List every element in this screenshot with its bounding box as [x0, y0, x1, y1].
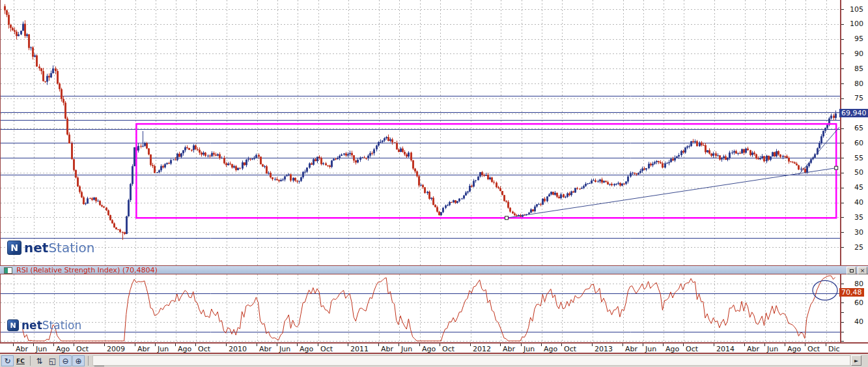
rsi-axis-tick — [841, 332, 844, 332]
time-axis-tick — [643, 344, 643, 346]
time-axis-tick — [541, 344, 542, 346]
price-axis-label: 30 — [854, 228, 863, 237]
rsi-panel[interactable]: N netStation — [0, 274, 840, 342]
time-axis-month-label: Oct — [76, 345, 89, 353]
price-axis-tick — [841, 217, 844, 218]
time-axis-year-label: 2010 — [229, 345, 247, 353]
time-axis-tick — [348, 344, 348, 346]
time-axis-tick — [257, 344, 257, 346]
time-axis-tick — [318, 344, 318, 346]
netstation-logo-text: netStation — [21, 319, 81, 332]
fc-mode-button[interactable]: FC — [14, 355, 27, 366]
time-axis-month-label: Oct — [442, 345, 455, 353]
price-axis-tick — [841, 9, 844, 10]
zoom-in-icon[interactable]: ⊕ — [72, 355, 85, 366]
rsi-panel-header[interactable]: RSI (Relative Strength Index) (70,4804) … — [0, 265, 868, 274]
time-axis-tick — [277, 344, 277, 346]
time-axis-month-label: Oct — [686, 345, 698, 353]
price-axis-tick — [841, 24, 844, 25]
time-axis-month-label: Jun — [524, 345, 535, 353]
price-axis-label: 50 — [854, 168, 863, 177]
price-axis: 105100959085807570656055504540353025 — [840, 0, 868, 265]
time-axis-month-label: Ago — [178, 345, 191, 353]
netstation-watermark-rsi: N netStation — [7, 319, 81, 332]
time-axis-month-label: Dic — [828, 345, 840, 353]
price-axis-tick — [841, 188, 844, 188]
price-axis-label: 55 — [854, 154, 863, 162]
time-axis-tick — [764, 344, 765, 346]
time-axis-tick — [13, 344, 14, 346]
time-axis-tick — [785, 344, 785, 346]
netstation-chart-window: N netStation 105100959085807570656055504… — [0, 0, 868, 367]
indicator-icon — [4, 267, 12, 274]
time-axis-month-label: Ago — [665, 345, 679, 353]
price-axis-tick — [841, 203, 844, 203]
time-axis-month-label: Jun — [767, 345, 778, 353]
time-axis-month-label: Oct — [198, 345, 210, 353]
rsi-axis-tick — [841, 341, 844, 342]
time-axis-tick — [104, 344, 105, 346]
time-axis-tick — [226, 344, 227, 346]
time-axis-month-label: Ago — [544, 345, 557, 353]
time-axis-month-label: Ago — [787, 345, 801, 353]
price-axis-label: 100 — [850, 20, 863, 28]
sync-icon[interactable]: ↻ — [1, 355, 14, 366]
price-axis-tick — [841, 143, 844, 143]
restore-button[interactable] — [847, 267, 856, 274]
scroll-right-button[interactable]: ► — [851, 355, 861, 366]
price-axis-label: 85 — [854, 65, 863, 73]
main-chart-panel[interactable]: N netStation — [0, 0, 840, 265]
netstation-logo-text: netStation — [24, 240, 94, 256]
time-axis-month-label: Abr — [747, 345, 759, 353]
time-axis-tick — [175, 344, 176, 346]
rsi-chart-canvas[interactable] — [1, 274, 840, 342]
netstation-logo-icon: N — [7, 319, 19, 331]
price-axis-tick — [841, 232, 844, 233]
price-axis-label: 80 — [854, 80, 863, 88]
price-axis-tick — [841, 53, 844, 54]
time-axis-month-label: Abr — [503, 345, 515, 353]
netstation-watermark: N netStation — [7, 240, 94, 256]
time-axis-tick — [663, 344, 664, 346]
price-axis-label: 40 — [854, 198, 863, 207]
price-axis-tick — [841, 173, 844, 173]
time-axis-tick — [74, 344, 74, 346]
horizontal-scrollbar-track[interactable] — [92, 355, 850, 366]
time-axis-year-label: 2012 — [473, 345, 491, 353]
time-axis-month-label: Oct — [320, 345, 333, 353]
last-price-badge: 69,940 0 — [839, 109, 868, 117]
price-axis-label: 35 — [854, 213, 863, 222]
rsi-axis-label: 40 — [854, 317, 863, 326]
zoom-out-icon[interactable]: ⊖ — [59, 355, 72, 366]
price-axis-tick — [841, 39, 844, 40]
netstation-logo-icon: N — [7, 241, 21, 255]
time-axis-month-label: Ago — [56, 345, 70, 353]
time-axis-tick — [440, 344, 440, 346]
price-axis-tick — [841, 98, 844, 99]
toolbar-separator — [30, 356, 31, 366]
fit-vertical-icon[interactable]: ⇅ — [33, 355, 46, 366]
rsi-axis-tick — [841, 322, 844, 323]
price-axis-tick — [841, 247, 844, 248]
time-axis-tick — [419, 344, 420, 346]
time-axis-tick — [470, 344, 471, 346]
time-axis-tick — [805, 344, 805, 346]
new-page-icon[interactable]: ◱ — [46, 355, 59, 366]
price-axis-label: 45 — [854, 183, 863, 192]
time-axis-month-label: Jun — [158, 345, 169, 353]
rsi-axis: 806040 — [840, 274, 868, 342]
time-axis-tick — [135, 344, 135, 346]
price-chart-canvas[interactable] — [1, 0, 841, 265]
time-axis-tick — [714, 344, 714, 346]
time-axis-month-label: Abr — [625, 345, 637, 353]
time-axis-tick — [521, 344, 522, 346]
rsi-axis-label: 60 — [854, 299, 863, 307]
time-axis-month-label: Abr — [259, 345, 272, 353]
time-axis-tick — [297, 344, 298, 346]
time-axis-month-label: Ago — [300, 345, 313, 353]
price-axis-tick — [841, 83, 844, 84]
price-axis-tick — [841, 128, 844, 129]
time-axis-tick — [683, 344, 684, 346]
rsi-axis-tick — [841, 312, 844, 313]
close-button[interactable]: × — [858, 267, 867, 274]
